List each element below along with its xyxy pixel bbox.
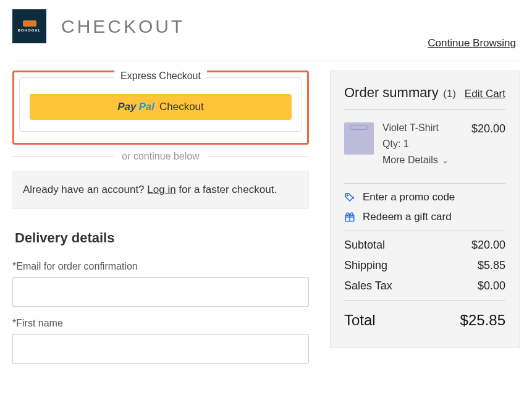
shipping-label: Shipping [344,259,387,272]
page-title: CHECKOUT [61,16,185,37]
firstname-label: *First name [12,318,309,329]
tag-icon [344,192,355,203]
item-price: $20.00 [471,122,505,135]
more-details-toggle[interactable]: More Details ⌄ [382,155,463,166]
paypal-logo-pal: Pal [138,101,154,113]
item-thumbnail [344,122,374,155]
brand-logo[interactable]: BOHOGAL [12,9,46,43]
express-checkout-box: Express Checkout PayPal Checkout [19,77,302,132]
subtotal-label: Subtotal [344,239,385,252]
paypal-checkout-button[interactable]: PayPal Checkout [30,94,292,120]
cart-line-item: Violet T-Shirt Qty: 1 More Details ⌄ $20… [344,116,505,177]
express-checkout-label: Express Checkout [114,70,207,82]
login-link[interactable]: Log in [147,184,175,195]
divider [344,231,505,231]
order-summary-title: Order summary [344,85,439,100]
more-details-label: More Details [382,155,438,166]
divider [344,183,505,184]
paypal-checkout-text: Checkout [159,101,204,113]
express-checkout-highlight: Express Checkout PayPal Checkout [12,70,309,145]
promo-code-text: Enter a promo code [363,191,455,203]
login-pre-text: Already have an account? [23,184,147,195]
divider [344,300,505,301]
svg-point-0 [347,195,348,196]
login-post-text: for a faster checkout. [176,184,277,195]
or-divider-text: or continue below [122,151,199,162]
item-name: Violet T-Shirt [382,122,463,134]
item-qty: Qty: 1 [382,139,463,150]
gift-card-text: Redeem a gift card [363,211,452,223]
subtotal-value: $20.00 [471,239,505,252]
paypal-logo-pay: Pay [117,101,136,113]
gift-icon [344,211,355,223]
login-prompt: Already have an account? Log in for a fa… [12,171,309,209]
tax-label: Sales Tax [344,279,392,292]
brand-name: BOHOGAL [18,28,41,32]
shipping-value: $5.85 [478,259,505,272]
or-divider: or continue below [12,151,309,162]
chevron-down-icon: ⌄ [442,156,449,165]
email-label: *Email for order confirmation [12,261,309,272]
order-summary: Order summary (1) Edit Cart Violet T-Shi… [330,70,520,348]
total-value: $25.85 [460,312,505,329]
firstname-field[interactable] [12,334,309,364]
total-label: Total [344,312,376,329]
gift-card-link[interactable]: Redeem a gift card [344,211,505,223]
email-field[interactable] [12,277,309,307]
brand-logo-icon [23,20,36,27]
order-summary-count: (1) [443,88,456,100]
divider [344,109,505,110]
divider [12,61,520,61]
edit-cart-link[interactable]: Edit Cart [465,88,505,100]
promo-code-link[interactable]: Enter a promo code [344,191,505,203]
delivery-details-heading: Delivery details [15,230,309,246]
tax-value: $0.00 [478,279,505,292]
continue-browsing-link[interactable]: Continue Browsing [428,37,516,49]
